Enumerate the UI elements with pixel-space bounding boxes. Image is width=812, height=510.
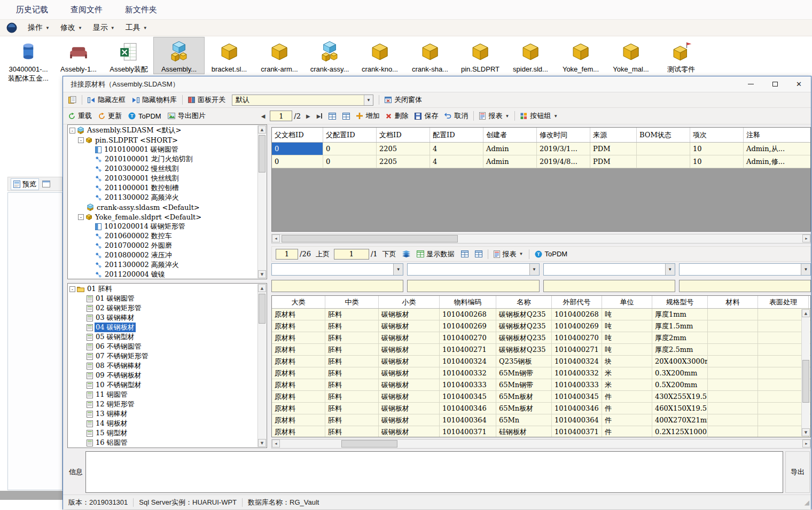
table-cell[interactable]: 件 <box>602 391 652 402</box>
tree-item[interactable]: 11 铜圆管 <box>68 390 257 399</box>
tree-item[interactable]: -pin.SLDPRT <SHORT> <box>68 135 257 145</box>
table-cell[interactable]: 碳钢板材 <box>379 414 440 426</box>
table-cell[interactable]: 胚料 <box>325 414 379 426</box>
update-button[interactable]: 更新 <box>95 109 125 122</box>
table-cell[interactable]: 厚度1.5mm <box>652 320 708 332</box>
filter-combo[interactable]: ▼ <box>271 263 403 276</box>
table-cell[interactable]: 胚料 <box>325 332 379 343</box>
column-header[interactable]: 创建者 <box>483 128 537 142</box>
table-cell[interactable]: 65Mn钢带 <box>496 379 552 390</box>
column-header[interactable]: 修改时间 <box>537 128 590 142</box>
card-view-button[interactable] <box>339 111 353 121</box>
table-cell[interactable]: 0 <box>272 143 323 155</box>
table-cell[interactable]: 1010400271 <box>552 344 602 355</box>
table-cell[interactable]: 碳钢板材Q235 <box>496 309 552 320</box>
resize-grip-icon[interactable]: ◢ <box>805 499 809 506</box>
scroll-up-icon[interactable]: ▲ <box>802 309 810 317</box>
column-header[interactable]: 物料编码 <box>440 296 496 308</box>
tree-item[interactable]: 2010100001 龙门火焰切割 <box>68 154 257 164</box>
table-cell[interactable]: 碳钢板材 <box>379 403 440 414</box>
table-cell[interactable]: 碳钢板材 <box>379 379 440 390</box>
table-cell[interactable]: 460X150X19.5 <box>652 403 708 414</box>
file-item[interactable]: crank-arm... <box>254 37 304 74</box>
scroll-down-icon[interactable]: ▼ <box>258 439 266 447</box>
tree-item[interactable]: -Assembly.SLDASM <默认> <box>68 125 257 135</box>
tree-item[interactable]: 10 不锈钢型材 <box>68 380 257 390</box>
last-record-button[interactable]: ▶ <box>314 113 326 119</box>
file-item[interactable]: crank-sha... <box>405 37 455 74</box>
scroll-up-icon[interactable]: ▲ <box>258 125 266 134</box>
table-cell[interactable]: 原材料 <box>272 379 325 390</box>
table-cell[interactable]: 碳钢板材 <box>379 320 440 332</box>
prev-page-button[interactable]: 上页 <box>316 249 330 259</box>
filter-combo[interactable]: ▼ <box>543 263 675 276</box>
table-row[interactable]: 0022054Admin2019/3/1...PDM10Admin,从... <box>272 143 811 155</box>
scroll-thumb[interactable] <box>259 135 266 172</box>
scroll-down-icon[interactable]: ▼ <box>802 428 810 436</box>
table-row[interactable]: 原材料胚料碳钢板材101040034665Mn板材1010400346件460X… <box>272 403 811 414</box>
column-header[interactable]: 大类 <box>272 296 325 308</box>
table-cell[interactable]: 2205 <box>377 143 430 155</box>
table-cell[interactable]: 4 <box>430 155 483 168</box>
minimize-button[interactable] <box>739 76 763 92</box>
close-button[interactable]: ✕ <box>787 76 811 92</box>
file-item[interactable]: pin.SLDPRT <box>455 37 505 74</box>
file-item[interactable]: spider.sld... <box>505 37 556 74</box>
table-cell[interactable] <box>708 403 758 414</box>
table-row[interactable]: 原材料胚料碳钢板材101040033265Mn钢带1010400332米0.3X… <box>272 367 811 379</box>
table-cell[interactable]: 原材料 <box>272 426 325 437</box>
table-cell[interactable]: 0.2X125X1000 <box>652 426 708 437</box>
table-cell[interactable]: 1010400346 <box>552 403 602 414</box>
tree-expander-icon[interactable]: - <box>78 214 84 220</box>
table-cell[interactable]: 65Mn板材 <box>496 391 552 402</box>
file-item[interactable]: Assembly... <box>154 37 204 74</box>
table-cell[interactable]: 吨 <box>602 344 652 355</box>
file-item[interactable]: 测试零件 <box>656 37 706 74</box>
scroll-thumb[interactable] <box>259 294 266 324</box>
table-cell[interactable]: 原材料 <box>272 320 325 332</box>
table-cell[interactable]: 1010400371 <box>440 426 496 437</box>
table-row[interactable]: 原材料胚料碳钢板材101040034565Mn板材1010400345件430X… <box>272 391 811 403</box>
file-item[interactable]: 30400001-...装配体五金... <box>3 37 53 83</box>
table-cell[interactable]: 65Mn <box>496 414 552 426</box>
table-cell[interactable]: 碳钢板材 <box>379 426 440 437</box>
maximize-button[interactable] <box>763 76 787 92</box>
table-cell[interactable]: 原材料 <box>272 414 325 426</box>
table-cell[interactable]: 原材料 <box>272 356 325 367</box>
menu-tools[interactable]: 工具▼ <box>126 23 147 33</box>
table-cell[interactable]: 碳钢板材 <box>379 332 440 343</box>
table-cell[interactable]: 2019/4/8... <box>537 155 590 168</box>
tree-item[interactable]: 09 不锈钢板材 <box>68 371 257 380</box>
table-row[interactable]: 原材料胚料碳钢板材101040036465Mn1010400364件400X27… <box>272 414 811 426</box>
table-cell[interactable]: Q235钢板 <box>496 356 552 367</box>
file-item[interactable]: Assebly装配 <box>104 37 154 74</box>
delete-button[interactable]: 删除 <box>382 109 411 122</box>
file-item[interactable]: Assebly-1... <box>53 37 104 74</box>
scroll-thumb[interactable] <box>341 440 397 448</box>
table-cell[interactable] <box>708 426 758 437</box>
scheme-combo[interactable]: 默认 ▼ <box>232 95 373 106</box>
table-cell[interactable]: 胚料 <box>325 367 379 379</box>
table-cell[interactable]: 米 <box>602 379 652 390</box>
table-cell[interactable]: 430X255X19.5 <box>652 391 708 402</box>
column-header[interactable]: 中类 <box>325 296 379 308</box>
dropdown-arrow-icon[interactable]: ▼ <box>364 95 373 105</box>
tree-item[interactable]: crank-assy.sldasm <Default> <box>68 202 257 212</box>
table-cell[interactable]: 原材料 <box>272 391 325 402</box>
tree-item[interactable]: -Yoke_female.sldprt <Default> <box>68 212 257 222</box>
record-page-box[interactable]: 1 <box>270 111 292 121</box>
table-cell[interactable]: Admin <box>483 155 537 168</box>
column-header[interactable]: 文档ID <box>377 128 430 142</box>
bom-tree-scrollbar[interactable]: ▲ ▼ <box>257 125 266 278</box>
table-cell[interactable] <box>708 367 758 379</box>
table-cell[interactable]: 65Mn板材 <box>496 403 552 414</box>
table-cell[interactable] <box>708 356 758 367</box>
table-cell[interactable] <box>637 143 690 155</box>
table-row[interactable]: 原材料胚料碳钢板材1010400271碳钢板材Q2351010400271吨厚度… <box>272 344 811 356</box>
table-row[interactable]: 原材料胚料碳钢板材1010400371硅钢板材1010400371件0.2X12… <box>272 426 811 437</box>
table-cell[interactable]: 件 <box>602 403 652 414</box>
filter-field[interactable] <box>679 280 811 292</box>
tree-item[interactable]: 07 不锈钢矩形管 <box>68 351 257 361</box>
table-cell[interactable]: PDM <box>590 143 637 155</box>
material-table-hscrollbar[interactable]: ◄ ► <box>271 439 811 449</box>
